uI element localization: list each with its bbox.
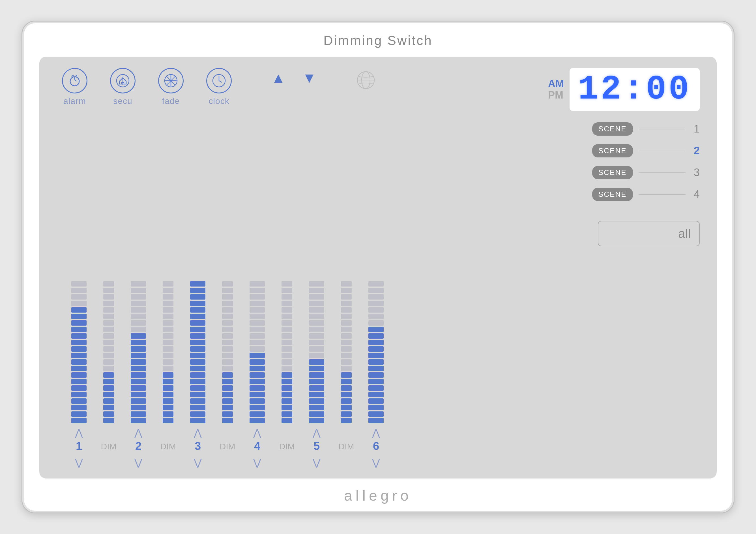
bar-segment <box>282 294 292 299</box>
secu-label: secu <box>113 96 132 106</box>
bar-segment <box>250 353 265 358</box>
down-arrow-button[interactable]: ▼ <box>303 71 317 85</box>
channel-1-down-col: ⋁ <box>62 455 96 467</box>
bar-segment <box>190 307 205 313</box>
bar-segment <box>309 307 324 313</box>
bar-segment <box>131 379 146 384</box>
bar-segment <box>282 366 292 371</box>
bar-segment <box>103 327 114 332</box>
bar-segment <box>131 405 146 410</box>
channel-3-up-arrow[interactable]: ⋀ <box>194 428 202 437</box>
fade-label: fade <box>162 96 180 106</box>
bar-segment <box>341 327 352 332</box>
bar-segment <box>250 418 265 423</box>
channel-4-up-arrow[interactable]: ⋀ <box>253 428 261 437</box>
bar-segment <box>368 418 384 423</box>
clock-button[interactable]: clock <box>206 68 232 106</box>
alarm-label: alarm <box>63 96 86 106</box>
bar-segment <box>341 340 352 345</box>
channel-DIM-col <box>96 280 122 423</box>
bar-segment <box>103 385 114 391</box>
channel-DIM-number: DIM <box>101 442 117 451</box>
channel-3-down-arrow[interactable]: ⋁ <box>194 458 202 467</box>
bar-segment <box>163 301 174 306</box>
bar-segment <box>282 327 292 332</box>
bar-segment <box>131 281 146 287</box>
bar-segment <box>309 314 324 319</box>
scene-4-item[interactable]: SCENE 4 <box>592 188 700 201</box>
bar-segment <box>190 320 205 325</box>
bar-segment <box>341 385 352 391</box>
bar-segment <box>282 288 292 293</box>
bar-segment <box>71 392 87 397</box>
channel-DIM-number: DIM <box>279 442 295 451</box>
scene-3-item[interactable]: SCENE 3 <box>592 166 700 179</box>
channel-4-track <box>250 280 265 423</box>
bar-segment <box>163 379 174 384</box>
svg-line-14 <box>219 81 222 82</box>
bar-segment <box>309 346 324 351</box>
channel-5-down-col: ⋁ <box>300 455 334 467</box>
channel-6-down-arrow[interactable]: ⋁ <box>372 458 380 467</box>
scene-1-button[interactable]: SCENE <box>592 122 633 136</box>
bar-segment <box>222 353 233 358</box>
bar-segment <box>222 346 233 351</box>
bar-segment <box>282 353 292 358</box>
bar-segment <box>163 307 174 313</box>
bar-segment <box>222 379 233 384</box>
channel-1-up-arrow[interactable]: ⋀ <box>75 428 83 437</box>
channel-3-label-col: ⋀3 <box>181 428 215 452</box>
bar-segment <box>341 359 352 365</box>
bar-segment <box>368 366 384 371</box>
bar-segment <box>250 301 265 306</box>
bar-segment <box>250 333 265 339</box>
bar-segment <box>309 333 324 339</box>
up-arrow-button[interactable]: ▲ <box>271 71 285 85</box>
page-title: Dimming Switch <box>323 33 433 48</box>
secu-button[interactable]: secu <box>110 68 136 106</box>
channel-5-up-arrow[interactable]: ⋀ <box>313 428 321 437</box>
channel-2-label-col: ⋀2 <box>122 428 155 452</box>
bar-segment <box>131 288 146 293</box>
bar-segment <box>71 301 87 306</box>
scene-1-item[interactable]: SCENE 1 <box>592 122 700 136</box>
fade-button[interactable]: fade <box>158 68 184 106</box>
scene-2-item[interactable]: SCENE 2 <box>592 144 700 157</box>
channel-4-col <box>240 280 274 423</box>
channel-6-up-arrow[interactable]: ⋀ <box>372 428 380 437</box>
channel-6-col <box>359 280 393 423</box>
channel-6-number: 6 <box>373 440 379 452</box>
channel-5-down-arrow[interactable]: ⋁ <box>313 458 321 467</box>
bar-segment <box>222 418 233 423</box>
scene-2-button[interactable]: SCENE <box>592 144 633 157</box>
scene-4-button[interactable]: SCENE <box>592 188 633 201</box>
alarm-icon <box>62 68 88 94</box>
scene-3-button[interactable]: SCENE <box>592 166 633 179</box>
all-button[interactable]: all <box>598 221 700 246</box>
scene-1-number: 1 <box>691 123 700 135</box>
clock-display: 12:00 <box>570 68 700 111</box>
channel-DIM-label-col: DIM <box>334 429 359 451</box>
scene-4-line <box>638 194 686 195</box>
channel-DIM-label-col: DIM <box>96 429 122 451</box>
channel-DIM-number: DIM <box>160 442 176 451</box>
bar-segment <box>368 307 384 313</box>
bar-segment <box>282 333 292 339</box>
main-content: ⋀1DIM⋀2DIM⋀3DIM⋀4DIM⋀5DIM⋀6 ⋁⋁⋁⋁⋁⋁ SCENE… <box>62 120 700 467</box>
channel-DIM-col <box>274 280 300 423</box>
am-label: AM <box>548 79 564 89</box>
alarm-button[interactable]: alarm <box>62 68 88 106</box>
channel-5-number: 5 <box>313 440 320 452</box>
channel-4-down-arrow[interactable]: ⋁ <box>253 458 261 467</box>
bar-segment <box>282 411 292 417</box>
channel-2-up-arrow[interactable]: ⋀ <box>134 428 142 437</box>
channel-1-down-arrow[interactable]: ⋁ <box>75 458 83 467</box>
bar-segment <box>71 405 87 410</box>
bar-segment <box>163 314 174 319</box>
channel-2-down-arrow[interactable]: ⋁ <box>134 458 142 467</box>
bar-segment <box>309 320 324 325</box>
bar-segment <box>131 314 146 319</box>
bar-segment <box>103 411 114 417</box>
bar-segment <box>163 281 174 287</box>
bar-segment <box>368 353 384 358</box>
